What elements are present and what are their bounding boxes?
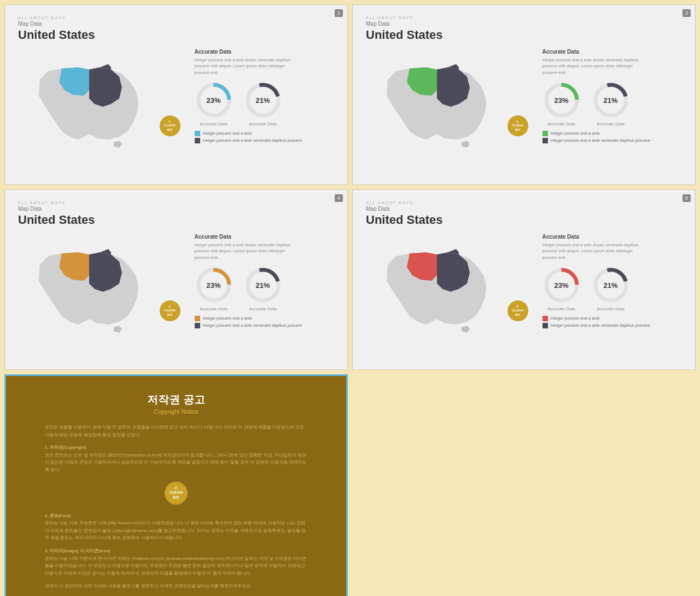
slide-3-charts: 23% Accurate Data 21% Accurate Data bbox=[542, 81, 682, 126]
slide-4-caption1: Accurate Data bbox=[200, 306, 228, 311]
slide-4-legend: Integer posuere erat a ante Integer posu… bbox=[195, 316, 334, 328]
slide-4-pct1: 23% bbox=[207, 281, 221, 289]
slide-4-logo: CCLEANBIZ bbox=[160, 300, 180, 321]
copyright-section2: 2. 폰트(Font) 폰트는 나눔 서체 무료폰트 서체 (http://na… bbox=[45, 512, 307, 542]
slide-3-content: CCLEANBIZ Accurate Data Integer posuere … bbox=[366, 47, 682, 158]
slide-2-title-small: Map Data bbox=[18, 21, 334, 27]
slide-4-charts: 23% Accurate Data 21% Accurate Data bbox=[195, 266, 334, 311]
slide-2-data: Accurate Data Integer posuere erat a ant… bbox=[195, 47, 334, 145]
slide-4-header: ALL ABOUT MAPS bbox=[18, 201, 334, 205]
slide-3-donut1: 23% bbox=[542, 81, 581, 119]
slide-2-caption2: Accurate Data bbox=[249, 121, 277, 126]
slide-4-chart1: 23% Accurate Data bbox=[195, 266, 233, 311]
slide-3-data: Accurate Data Integer posuere erat a ant… bbox=[542, 47, 682, 145]
slide-5-number: 5 bbox=[682, 194, 691, 202]
slide-2-legend2: Integer posuere erat a ante venenatis da… bbox=[195, 138, 334, 143]
slide-3-accurate-text: Integer posuere erat a ante dosan venena… bbox=[542, 57, 641, 76]
main-grid: ALL ABOUT MAPS 2 Map Data United States bbox=[0, 0, 700, 596]
slide-5-legend2: Integer posuere erat a ante venenatis da… bbox=[542, 323, 682, 328]
slide-5: ALL ABOUT MAPS 5 Map Data United States … bbox=[352, 189, 696, 370]
copyright-logo: CCLEANBIZ bbox=[165, 482, 188, 505]
slide-5-title-large: United States bbox=[366, 213, 682, 227]
slide3-legend1-color bbox=[542, 131, 548, 136]
slide-3-header: ALL ABOUT MAPS bbox=[366, 16, 682, 20]
slide-5-accurate-label: Accurate Data bbox=[542, 234, 682, 240]
slide-4-pct2: 21% bbox=[256, 281, 270, 289]
slide-4-legend1: Integer posuere erat a ante bbox=[195, 316, 334, 321]
empty-slide bbox=[352, 374, 696, 596]
slide-3-caption1: Accurate Data bbox=[547, 121, 575, 126]
slide-2-pct2: 21% bbox=[256, 96, 270, 104]
slide-2-map: CCLEANBIZ bbox=[18, 47, 186, 158]
slide-2: ALL ABOUT MAPS 2 Map Data United States bbox=[4, 4, 348, 185]
slide-2-donut1: 23% bbox=[195, 81, 233, 119]
slide-3-accurate-label: Accurate Data bbox=[542, 49, 682, 55]
slide-3: ALL ABOUT MAPS 3 Map Data United States … bbox=[352, 4, 696, 185]
slide-3-legend: Integer posuere erat a ante Integer posu… bbox=[542, 131, 682, 143]
copyright-footer: 관련이 이 관련하에 대한 자세한 내용을 블로그를 방문하고 자세한 관련에전… bbox=[45, 582, 307, 590]
slide-2-legend1: Integer posuere erat a ante bbox=[195, 131, 334, 136]
slide-5-legend: Integer posuere erat a ante Integer posu… bbox=[542, 316, 682, 328]
slide-5-chart1: 23% Accurate Data bbox=[542, 266, 581, 311]
slide-5-pct1: 23% bbox=[555, 281, 569, 289]
slide-2-caption1: Accurate Data bbox=[200, 121, 228, 126]
slide-2-legend: Integer posuere erat a ante Integer posu… bbox=[195, 131, 334, 143]
slide-5-content: CCLEANBIZ Accurate Data Integer posuere … bbox=[366, 232, 682, 343]
slide-4-map: CCLEANBIZ bbox=[18, 232, 186, 343]
slide-3-chart1: 23% Accurate Data bbox=[542, 81, 581, 126]
slide-5-accurate-text: Integer posuere erat a ante dosan venena… bbox=[542, 242, 641, 261]
slide-2-chart1: 23% Accurate Data bbox=[195, 81, 233, 126]
slide-4-data: Accurate Data Integer posuere erat a ant… bbox=[195, 232, 334, 330]
copyright-title-en: Copyright Notice bbox=[154, 408, 198, 415]
slide-2-chart2: 21% Accurate Data bbox=[244, 81, 282, 126]
slide-4-title-large: United States bbox=[18, 213, 334, 227]
slide-2-logo: CCLEANBIZ bbox=[160, 115, 180, 136]
slide-5-chart2: 21% Accurate Data bbox=[592, 266, 630, 311]
slide5-legend2-color bbox=[542, 323, 548, 328]
slide-3-pct1: 23% bbox=[555, 96, 569, 104]
slide-2-number: 2 bbox=[335, 9, 343, 17]
slide-5-donut2: 21% bbox=[592, 266, 630, 304]
slide4-legend1-color bbox=[195, 316, 200, 321]
slide-5-title-small: Map Data bbox=[366, 206, 682, 212]
slide-4-accurate-label: Accurate Data bbox=[195, 234, 334, 240]
slide-3-pct2: 21% bbox=[604, 96, 618, 104]
slide-4-accurate-text: Integer posuere erat a ante dosan venena… bbox=[195, 242, 293, 261]
copyright-body: 본인은 제품을 사용하기 전에 다음 무 업무와 조항들을 다시한번 읽고 숙지… bbox=[45, 424, 307, 595]
slide-3-map: CCLEANBIZ bbox=[366, 47, 534, 158]
copyright-section3: 3. 이미지(Image) 사 아이콘(Icon) 폰트는 나눔 서체 기본으로… bbox=[45, 547, 307, 577]
slide4-legend2-color bbox=[195, 323, 200, 328]
copyright-section1: 1. 저작권(Copyright) 모든 콘텐츠는 소유 및 저작권은 클린비즈… bbox=[45, 444, 307, 473]
copyright-title-kr: 저작권 공고 bbox=[147, 392, 205, 407]
slide5-legend1-color bbox=[542, 316, 548, 321]
slide-2-donut2: 21% bbox=[244, 81, 282, 119]
slide-5-header: ALL ABOUT MAPS bbox=[366, 201, 682, 205]
slide-5-map: CCLEANBIZ bbox=[366, 232, 534, 343]
slide-5-pct2: 21% bbox=[604, 281, 618, 289]
slide-5-donut1: 23% bbox=[542, 266, 581, 304]
slide-5-caption1: Accurate Data bbox=[547, 306, 575, 311]
slide-4-legend2: Integer posuere erat a ante venenatis da… bbox=[195, 323, 334, 328]
slide-3-donut2: 21% bbox=[592, 81, 630, 119]
slide-2-accurate-label: Accurate Data bbox=[195, 49, 334, 55]
slide-2-pct1: 23% bbox=[207, 96, 221, 104]
slide-3-legend1: Integer posuere erat a ante bbox=[542, 131, 682, 136]
slide-4-chart2: 21% Accurate Data bbox=[244, 266, 282, 311]
legend2-color bbox=[195, 138, 200, 143]
slide-2-content: CCLEANBIZ Accurate Data Integer posuere … bbox=[18, 47, 334, 158]
slide-3-logo: CCLEANBIZ bbox=[508, 115, 528, 136]
slide-3-legend2: Integer posuere erat a ante venenatis da… bbox=[542, 138, 682, 143]
slide-4-donut2: 21% bbox=[244, 266, 282, 304]
slide-2-charts: 23% Accurate Data 21% Accurate Data bbox=[195, 81, 334, 126]
slide-2-accurate-text: Integer posuere erat a ante dosan venena… bbox=[195, 57, 293, 76]
slide-4: ALL ABOUT MAPS 4 Map Data United States … bbox=[4, 189, 348, 370]
slide-5-caption2: Accurate Data bbox=[597, 306, 625, 311]
slide-4-caption2: Accurate Data bbox=[249, 306, 277, 311]
legend1-color bbox=[195, 131, 200, 136]
slide-4-content: CCLEANBIZ Accurate Data Integer posuere … bbox=[18, 232, 334, 343]
slide-3-chart2: 21% Accurate Data bbox=[592, 81, 630, 126]
slide-2-header: ALL ABOUT MAPS bbox=[18, 16, 334, 20]
slide-3-caption2: Accurate Data bbox=[597, 121, 625, 126]
copyright-slide: 저작권 공고 Copyright Notice 본인은 제품을 사용하기 전에 … bbox=[4, 374, 348, 596]
slide-4-number: 4 bbox=[335, 194, 343, 202]
